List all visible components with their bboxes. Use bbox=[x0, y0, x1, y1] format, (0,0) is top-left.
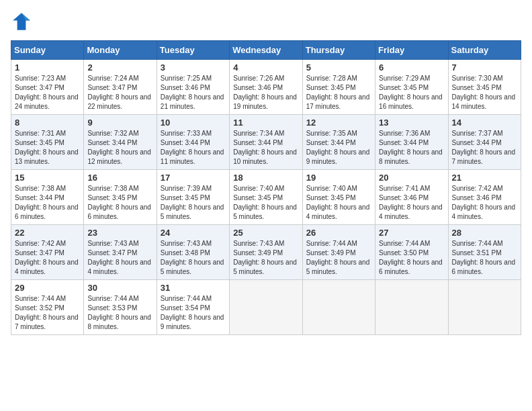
day-cell: 8 Sunrise: 7:31 AM Sunset: 3:45 PM Dayli… bbox=[11, 115, 84, 170]
day-number: 15 bbox=[15, 173, 80, 183]
week-row-5: 29 Sunrise: 7:44 AM Sunset: 3:52 PM Dayl… bbox=[11, 280, 521, 335]
day-info: Sunrise: 7:31 AM Sunset: 3:45 PM Dayligh… bbox=[15, 129, 80, 167]
day-cell: 23 Sunrise: 7:43 AM Sunset: 3:47 PM Dayl… bbox=[84, 225, 157, 280]
day-info: Sunrise: 7:36 AM Sunset: 3:44 PM Dayligh… bbox=[379, 129, 444, 167]
day-info: Sunrise: 7:43 AM Sunset: 3:48 PM Dayligh… bbox=[161, 239, 226, 277]
day-info: Sunrise: 7:33 AM Sunset: 3:44 PM Dayligh… bbox=[161, 129, 226, 167]
day-info: Sunrise: 7:44 AM Sunset: 3:52 PM Dayligh… bbox=[15, 294, 80, 332]
day-info: Sunrise: 7:43 AM Sunset: 3:49 PM Dayligh… bbox=[233, 239, 298, 277]
day-number: 11 bbox=[233, 118, 298, 128]
col-header-friday: Friday bbox=[375, 41, 448, 60]
day-cell: 29 Sunrise: 7:44 AM Sunset: 3:52 PM Dayl… bbox=[11, 280, 84, 335]
day-info: Sunrise: 7:38 AM Sunset: 3:45 PM Dayligh… bbox=[87, 184, 152, 222]
day-info: Sunrise: 7:34 AM Sunset: 3:44 PM Dayligh… bbox=[233, 129, 298, 167]
day-cell: 18 Sunrise: 7:40 AM Sunset: 3:45 PM Dayl… bbox=[230, 170, 302, 225]
day-number: 30 bbox=[87, 283, 152, 293]
day-number: 28 bbox=[452, 228, 517, 238]
day-cell: 17 Sunrise: 7:39 AM Sunset: 3:45 PM Dayl… bbox=[157, 170, 229, 225]
day-info: Sunrise: 7:44 AM Sunset: 3:54 PM Dayligh… bbox=[161, 294, 226, 332]
day-info: Sunrise: 7:41 AM Sunset: 3:46 PM Dayligh… bbox=[379, 184, 444, 222]
day-number: 29 bbox=[15, 283, 80, 293]
col-header-tuesday: Tuesday bbox=[157, 41, 229, 60]
day-info: Sunrise: 7:44 AM Sunset: 3:53 PM Dayligh… bbox=[87, 294, 152, 332]
day-cell: 12 Sunrise: 7:35 AM Sunset: 3:44 PM Dayl… bbox=[302, 115, 375, 170]
day-number: 16 bbox=[87, 173, 152, 183]
day-cell: 21 Sunrise: 7:42 AM Sunset: 3:46 PM Dayl… bbox=[448, 170, 521, 225]
day-info: Sunrise: 7:44 AM Sunset: 3:50 PM Dayligh… bbox=[379, 239, 444, 277]
day-number: 10 bbox=[161, 118, 226, 128]
day-cell bbox=[448, 280, 521, 335]
day-number: 20 bbox=[379, 173, 444, 183]
day-number: 9 bbox=[87, 118, 152, 128]
day-number: 14 bbox=[452, 118, 517, 128]
day-number: 2 bbox=[87, 62, 152, 73]
day-info: Sunrise: 7:28 AM Sunset: 3:45 PM Dayligh… bbox=[306, 74, 371, 111]
day-number: 13 bbox=[379, 118, 444, 128]
day-cell: 27 Sunrise: 7:44 AM Sunset: 3:50 PM Dayl… bbox=[375, 225, 448, 280]
week-row-3: 15 Sunrise: 7:38 AM Sunset: 3:44 PM Dayl… bbox=[11, 170, 521, 225]
day-number: 12 bbox=[306, 118, 371, 128]
day-number: 7 bbox=[452, 62, 517, 73]
day-info: Sunrise: 7:42 AM Sunset: 3:47 PM Dayligh… bbox=[15, 239, 80, 277]
day-info: Sunrise: 7:26 AM Sunset: 3:46 PM Dayligh… bbox=[233, 74, 298, 111]
day-number: 21 bbox=[452, 173, 517, 183]
calendar-table: SundayMondayTuesdayWednesdayThursdayFrid… bbox=[11, 40, 521, 335]
day-cell: 9 Sunrise: 7:32 AM Sunset: 3:44 PM Dayli… bbox=[84, 115, 157, 170]
day-info: Sunrise: 7:44 AM Sunset: 3:49 PM Dayligh… bbox=[306, 239, 371, 277]
day-cell: 28 Sunrise: 7:44 AM Sunset: 3:51 PM Dayl… bbox=[448, 225, 521, 280]
day-info: Sunrise: 7:24 AM Sunset: 3:47 PM Dayligh… bbox=[87, 74, 152, 111]
day-cell: 13 Sunrise: 7:36 AM Sunset: 3:44 PM Dayl… bbox=[375, 115, 448, 170]
day-cell bbox=[230, 280, 302, 335]
day-cell: 26 Sunrise: 7:44 AM Sunset: 3:49 PM Dayl… bbox=[302, 225, 375, 280]
day-number: 5 bbox=[306, 62, 371, 73]
week-row-4: 22 Sunrise: 7:42 AM Sunset: 3:47 PM Dayl… bbox=[11, 225, 521, 280]
day-cell: 4 Sunrise: 7:26 AM Sunset: 3:46 PM Dayli… bbox=[230, 60, 302, 115]
day-cell: 24 Sunrise: 7:43 AM Sunset: 3:48 PM Dayl… bbox=[157, 225, 229, 280]
col-header-monday: Monday bbox=[84, 41, 157, 60]
day-info: Sunrise: 7:25 AM Sunset: 3:46 PM Dayligh… bbox=[161, 74, 226, 111]
day-cell: 6 Sunrise: 7:29 AM Sunset: 3:45 PM Dayli… bbox=[375, 60, 448, 115]
day-cell: 16 Sunrise: 7:38 AM Sunset: 3:45 PM Dayl… bbox=[84, 170, 157, 225]
day-cell: 25 Sunrise: 7:43 AM Sunset: 3:49 PM Dayl… bbox=[230, 225, 302, 280]
day-cell: 19 Sunrise: 7:40 AM Sunset: 3:45 PM Dayl… bbox=[302, 170, 375, 225]
day-info: Sunrise: 7:43 AM Sunset: 3:47 PM Dayligh… bbox=[87, 239, 152, 277]
day-info: Sunrise: 7:37 AM Sunset: 3:44 PM Dayligh… bbox=[452, 129, 517, 167]
day-number: 24 bbox=[161, 228, 226, 238]
day-number: 6 bbox=[379, 62, 444, 73]
day-number: 31 bbox=[161, 283, 226, 293]
day-info: Sunrise: 7:40 AM Sunset: 3:45 PM Dayligh… bbox=[233, 184, 298, 222]
day-info: Sunrise: 7:42 AM Sunset: 3:46 PM Dayligh… bbox=[452, 184, 517, 222]
day-number: 19 bbox=[306, 173, 371, 183]
col-header-sunday: Sunday bbox=[11, 41, 84, 60]
day-number: 25 bbox=[233, 228, 298, 238]
day-cell bbox=[375, 280, 448, 335]
col-header-thursday: Thursday bbox=[302, 41, 375, 60]
day-number: 3 bbox=[161, 62, 226, 73]
day-cell: 31 Sunrise: 7:44 AM Sunset: 3:54 PM Dayl… bbox=[157, 280, 229, 335]
day-number: 22 bbox=[15, 228, 80, 238]
day-info: Sunrise: 7:39 AM Sunset: 3:45 PM Dayligh… bbox=[161, 184, 226, 222]
day-cell: 15 Sunrise: 7:38 AM Sunset: 3:44 PM Dayl… bbox=[11, 170, 84, 225]
col-header-wednesday: Wednesday bbox=[230, 41, 302, 60]
day-number: 8 bbox=[15, 118, 80, 128]
day-number: 18 bbox=[233, 173, 298, 183]
day-cell: 22 Sunrise: 7:42 AM Sunset: 3:47 PM Dayl… bbox=[11, 225, 84, 280]
day-cell: 20 Sunrise: 7:41 AM Sunset: 3:46 PM Dayl… bbox=[375, 170, 448, 225]
day-cell: 11 Sunrise: 7:34 AM Sunset: 3:44 PM Dayl… bbox=[230, 115, 302, 170]
week-row-2: 8 Sunrise: 7:31 AM Sunset: 3:45 PM Dayli… bbox=[11, 115, 521, 170]
day-cell bbox=[302, 280, 375, 335]
day-number: 26 bbox=[306, 228, 371, 238]
day-cell: 1 Sunrise: 7:23 AM Sunset: 3:47 PM Dayli… bbox=[11, 60, 84, 115]
day-cell: 7 Sunrise: 7:30 AM Sunset: 3:45 PM Dayli… bbox=[448, 60, 521, 115]
day-info: Sunrise: 7:40 AM Sunset: 3:45 PM Dayligh… bbox=[306, 184, 371, 222]
day-number: 23 bbox=[87, 228, 152, 238]
day-number: 27 bbox=[379, 228, 444, 238]
col-header-saturday: Saturday bbox=[448, 41, 521, 60]
day-cell: 2 Sunrise: 7:24 AM Sunset: 3:47 PM Dayli… bbox=[84, 60, 157, 115]
day-info: Sunrise: 7:35 AM Sunset: 3:44 PM Dayligh… bbox=[306, 129, 371, 167]
day-info: Sunrise: 7:32 AM Sunset: 3:44 PM Dayligh… bbox=[87, 129, 152, 167]
day-info: Sunrise: 7:44 AM Sunset: 3:51 PM Dayligh… bbox=[452, 239, 517, 277]
day-number: 17 bbox=[161, 173, 226, 183]
day-info: Sunrise: 7:38 AM Sunset: 3:44 PM Dayligh… bbox=[15, 184, 80, 222]
svg-marker-0 bbox=[13, 13, 30, 30]
